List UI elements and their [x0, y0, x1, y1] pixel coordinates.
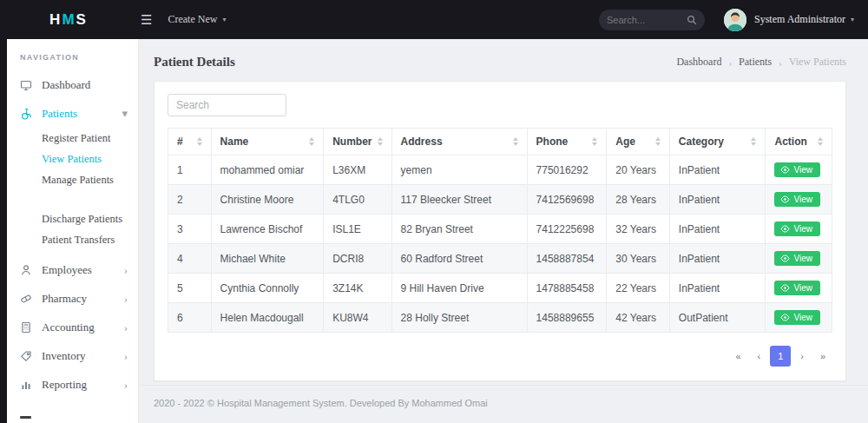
- app-logo[interactable]: HMS: [0, 11, 128, 29]
- column-header-num[interactable]: #: [168, 129, 212, 155]
- cell-age: 42 Years: [607, 303, 670, 333]
- cell-phone: 7412225698: [527, 215, 607, 244]
- sidebar-subitem-discharge-patients[interactable]: Discharge Patients: [7, 208, 138, 229]
- calculator-icon: [20, 321, 34, 334]
- navbar-search: [599, 10, 705, 30]
- cell-phone: 1458889655: [527, 303, 607, 333]
- cell-phone: 1458887854: [527, 244, 607, 274]
- sidebar-item-pharmacy[interactable]: Pharmacy ›: [7, 284, 138, 313]
- cell-name: Cynthia Connolly: [211, 274, 324, 303]
- cell-action: View: [766, 274, 832, 303]
- table-row: 4 Michael White DCRI8 60 Radford Street …: [168, 244, 832, 274]
- search-icon[interactable]: [687, 15, 697, 25]
- breadcrumb-dashboard[interactable]: Dashboard: [676, 56, 721, 69]
- sidebar-subitem-view-patients[interactable]: View Patients: [7, 149, 138, 169]
- cell-action: View: [766, 303, 832, 333]
- cell-age: 30 Years: [607, 244, 670, 274]
- pagination-first[interactable]: «: [728, 347, 747, 365]
- sort-icon: [655, 137, 661, 146]
- cell-num: 6: [168, 303, 212, 333]
- table-header-row: # Name Number Address Phone Age Category…: [168, 129, 832, 155]
- cell-action: View: [766, 185, 832, 215]
- view-button[interactable]: View: [774, 162, 820, 177]
- logo-letter-m: M: [62, 11, 76, 28]
- chevron-right-icon: ›: [124, 264, 128, 275]
- chevron-right-icon: ›: [124, 379, 128, 390]
- sidebar-item-label: Pharmacy: [42, 292, 87, 306]
- cell-age: 20 Years: [607, 155, 670, 185]
- column-header-age[interactable]: Age: [607, 129, 670, 155]
- sidebar-item-inventory[interactable]: Inventory ›: [7, 341, 138, 370]
- cell-phone: 775016292: [527, 155, 607, 185]
- table-search-input[interactable]: [168, 94, 286, 116]
- sidebar-subitem-label: Patient Transfers: [42, 234, 115, 247]
- column-header-number[interactable]: Number: [324, 129, 391, 155]
- pagination-prev[interactable]: ‹: [751, 347, 768, 365]
- eye-icon: [780, 166, 790, 174]
- sort-icon: [751, 137, 756, 146]
- sidebar-toggle-icon[interactable]: ☰: [141, 12, 152, 28]
- column-header-address[interactable]: Address: [391, 129, 527, 155]
- sidebar-item-accounting[interactable]: Accounting ›: [7, 313, 138, 341]
- column-header-phone[interactable]: Phone: [527, 129, 607, 155]
- navbar-search-input[interactable]: [607, 15, 687, 25]
- sidebar-item-patients[interactable]: Patients ▾: [7, 99, 138, 128]
- patients-table: # Name Number Address Phone Age Category…: [168, 128, 832, 333]
- cell-category: InPatient: [669, 185, 766, 215]
- cell-num: 1: [168, 155, 212, 185]
- cell-action: View: [766, 215, 832, 244]
- user-menu[interactable]: System Administrator ▾: [754, 13, 854, 26]
- cell-number: DCRI8: [324, 244, 391, 274]
- breadcrumb-patients[interactable]: Patients: [739, 56, 772, 69]
- column-header-action[interactable]: Action: [766, 129, 832, 155]
- avatar-image-icon: [724, 9, 746, 31]
- cell-address: 117 Bleecker Street: [391, 185, 527, 215]
- column-header-category[interactable]: Category: [669, 129, 766, 155]
- cell-age: 32 Years: [607, 215, 670, 244]
- cell-num: 4: [168, 244, 212, 274]
- cell-action: View: [766, 155, 832, 185]
- sort-icon: [592, 137, 597, 146]
- breadcrumb-separator-icon: ›: [728, 57, 732, 68]
- pagination-last[interactable]: »: [813, 347, 832, 365]
- sidebar-subitem-register-patient[interactable]: Register Patient: [7, 128, 138, 149]
- footer: 2020 - 2022 © Hospital Management System…: [139, 385, 868, 423]
- view-button[interactable]: View: [774, 251, 820, 266]
- sidebar-subitem-manage-patients[interactable]: Manage Patients: [7, 169, 138, 190]
- sidebar-item-employees[interactable]: Employees ›: [7, 255, 138, 284]
- sidebar-subitem-label: View Patients: [42, 153, 102, 166]
- cell-name: Lawrence Bischof: [211, 215, 324, 244]
- view-button[interactable]: View: [774, 281, 820, 295]
- view-button[interactable]: View: [774, 192, 820, 207]
- table-row: 5 Cynthia Connolly 3Z14K 9 Hill Haven Dr…: [168, 274, 832, 303]
- cell-address: 9 Hill Haven Drive: [391, 274, 527, 303]
- breadcrumb-separator-icon: ›: [779, 57, 782, 68]
- patients-table-card: # Name Number Address Phone Age Category…: [154, 81, 846, 381]
- tag-icon: [20, 350, 34, 362]
- logo-letter-s: S: [76, 11, 88, 28]
- sidebar: NAVIGATION Dashboard Patients ▾ Register…: [7, 39, 139, 423]
- avatar[interactable]: [724, 9, 746, 31]
- sidebar-item-dashboard[interactable]: Dashboard: [7, 70, 138, 99]
- table-row: 6 Helen Macdougall KU8W4 28 Holly Street…: [168, 303, 832, 333]
- cell-num: 3: [168, 215, 212, 244]
- cell-number: 4TLG0: [324, 185, 391, 215]
- cell-age: 28 Years: [607, 185, 670, 215]
- view-button[interactable]: View: [774, 310, 820, 325]
- create-new-dropdown[interactable]: Create New ▾: [168, 13, 226, 26]
- cell-phone: 7412569698: [527, 185, 607, 215]
- cell-number: L36XM: [324, 155, 391, 185]
- cell-phone: 1478885458: [527, 274, 607, 303]
- pagination-page-1[interactable]: 1: [770, 346, 791, 367]
- view-button[interactable]: View: [774, 221, 820, 236]
- cell-category: InPatient: [669, 215, 766, 244]
- sidebar-subitem-patient-transfers[interactable]: Patient Transfers: [7, 229, 138, 250]
- column-header-name[interactable]: Name: [211, 129, 324, 155]
- cell-number: ISL1E: [324, 215, 391, 244]
- sidebar-item-reporting[interactable]: Reporting ›: [7, 370, 138, 399]
- cell-number: KU8W4: [324, 303, 391, 333]
- main-content: Patient Details Dashboard › Patients › V…: [139, 39, 868, 423]
- eye-icon: [780, 195, 790, 203]
- pagination-next[interactable]: ›: [793, 347, 811, 365]
- cell-name: Helen Macdougall: [211, 303, 324, 333]
